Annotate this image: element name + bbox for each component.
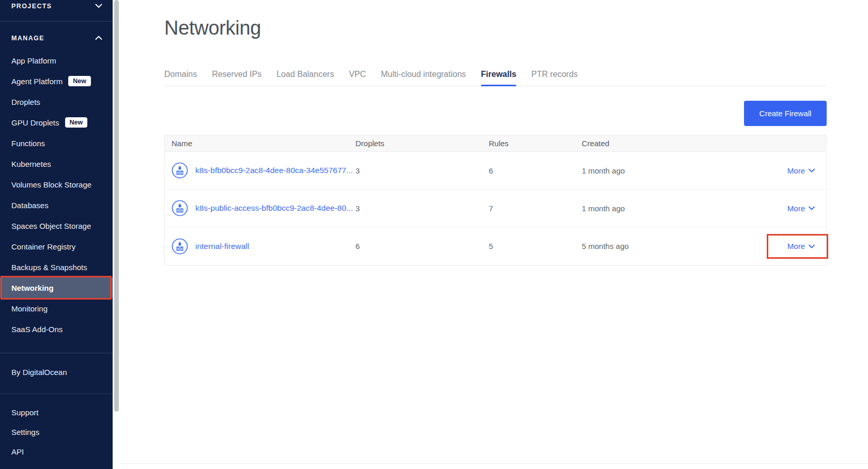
chevron-down-icon: [809, 168, 815, 173]
sidebar-item-support[interactable]: Support: [0, 402, 113, 422]
sidebar-item-volumes-block-storage[interactable]: Volumes Block Storage: [0, 174, 113, 195]
droplets-count: 3: [355, 204, 489, 213]
tab-load-balancers[interactable]: Load Balancers: [276, 70, 334, 86]
sidebar-item-label: Support: [11, 408, 39, 417]
firewall-name-cell: k8s-public-access-bfb0bcc9-2ac8-4dee-80.…: [165, 200, 355, 216]
sidebar-scrollbar-handle[interactable]: [114, 0, 119, 412]
manage-label: MANAGE: [11, 35, 44, 42]
rules-count: 5: [489, 242, 582, 251]
sidebar-item-app-platform[interactable]: App Platform: [0, 50, 113, 71]
sidebar-item-label: Volumes Block Storage: [11, 180, 91, 189]
tab-firewalls[interactable]: Firewalls: [481, 70, 516, 86]
sidebar-item-kubernetes[interactable]: Kubernetes: [0, 153, 113, 174]
sidebar-item-label: Networking: [11, 284, 54, 292]
tab-ptr-records[interactable]: PTR records: [531, 70, 578, 86]
sidebar-item-monitoring[interactable]: Monitoring: [0, 298, 113, 319]
sidebar-item-gpu-droplets[interactable]: GPU DropletsNew: [0, 112, 113, 133]
sidebar-item-backups-snapshots[interactable]: Backups & Snapshots: [0, 257, 113, 277]
sidebar: PROJECTS MANAGE App Platform Agent Platf…: [0, 0, 113, 469]
table-header-row: Name Droplets Rules Created: [165, 135, 826, 152]
tab-multi-cloud-integrations[interactable]: Multi-cloud integrations: [381, 70, 466, 86]
sidebar-brand: By DigitalOcean: [11, 365, 67, 379]
created-time: 1 month ago: [582, 204, 752, 213]
sidebar-item-label: Databases: [11, 201, 49, 210]
more-dropdown-button[interactable]: More: [787, 166, 815, 175]
column-header-droplets: Droplets: [355, 139, 489, 148]
sidebar-item-databases[interactable]: Databases: [0, 195, 113, 215]
firewall-name-link[interactable]: k8s-bfb0bcc9-2ac8-4dee-80ca-34e557677...: [195, 166, 353, 175]
more-label: More: [787, 166, 805, 175]
table-row: k8s-bfb0bcc9-2ac8-4dee-80ca-34e557677...…: [165, 152, 826, 190]
tab-reserved-ips[interactable]: Reserved IPs: [212, 70, 261, 86]
sidebar-item-api[interactable]: API: [0, 442, 113, 461]
sidebar-scrollbar-track: [113, 0, 120, 469]
chevron-down-icon: [95, 3, 102, 10]
sidebar-item-droplets[interactable]: Droplets: [0, 91, 113, 112]
sidebar-item-label: Functions: [11, 139, 45, 148]
sidebar-item-saas-add-ons[interactable]: SaaS Add-Ons: [0, 319, 113, 339]
sidebar-divider: [0, 21, 113, 22]
table-row: k8s-public-access-bfb0bcc9-2ac8-4dee-80.…: [165, 190, 826, 227]
column-header-name: Name: [165, 139, 355, 148]
firewall-name-link[interactable]: internal-firewall: [195, 242, 249, 251]
firewall-icon: [172, 238, 188, 255]
column-header-created: Created: [582, 139, 752, 148]
sidebar-item-label: Backups & Snapshots: [11, 263, 87, 272]
chevron-down-icon: [809, 206, 815, 210]
tab-vpc[interactable]: VPC: [349, 70, 366, 86]
more-dropdown-button[interactable]: More: [787, 204, 815, 213]
sidebar-item-label: Droplets: [11, 98, 40, 106]
firewalls-table: Name Droplets Rules Created k8s-: [164, 135, 827, 265]
sidebar-item-label: Kubernetes: [11, 160, 51, 168]
droplets-count: 3: [355, 166, 489, 175]
tab-bar: Domains Reserved IPs Load Balancers VPC …: [164, 62, 827, 86]
content-bottom-divider: [120, 463, 868, 464]
sidebar-section-manage[interactable]: MANAGE: [11, 32, 102, 44]
sidebar-item-settings[interactable]: Settings: [0, 422, 113, 442]
projects-label: PROJECTS: [11, 3, 52, 10]
sidebar-item-label: Settings: [11, 428, 39, 436]
sidebar-item-label: SaaS Add-Ons: [11, 325, 63, 334]
sidebar-item-label: Container Registry: [11, 242, 75, 251]
sidebar-item-networking[interactable]: Networking: [0, 277, 113, 298]
chevron-down-icon: [809, 244, 815, 248]
new-badge: New: [68, 76, 91, 86]
rules-count: 7: [489, 204, 582, 213]
sidebar-item-label: Spaces Object Storage: [11, 222, 91, 230]
firewall-icon: [172, 200, 188, 216]
sidebar-nav-list: App Platform Agent PlatformNew Droplets …: [0, 50, 113, 339]
more-dropdown-button[interactable]: More: [787, 242, 815, 251]
page-title: Networking: [164, 17, 261, 39]
sidebar-item-label: API: [11, 447, 24, 456]
sidebar-divider: [0, 394, 113, 394]
tab-domains[interactable]: Domains: [164, 70, 197, 86]
sidebar-item-label: App Platform: [11, 56, 56, 65]
sidebar-item-agent-platform[interactable]: Agent PlatformNew: [0, 71, 113, 91]
more-label: More: [787, 242, 805, 251]
created-time: 1 month ago: [582, 166, 752, 175]
sidebar-item-functions[interactable]: Functions: [0, 133, 113, 153]
more-label: More: [787, 204, 805, 213]
firewall-name-cell: internal-firewall: [165, 238, 355, 255]
droplets-count: 6: [355, 242, 489, 251]
firewall-name-cell: k8s-bfb0bcc9-2ac8-4dee-80ca-34e557677...: [165, 162, 355, 179]
firewall-icon: [172, 162, 188, 179]
sidebar-item-spaces-object-storage[interactable]: Spaces Object Storage: [0, 215, 113, 236]
sidebar-item-label: Monitoring: [11, 304, 48, 313]
rules-count: 6: [489, 166, 582, 175]
column-header-rules: Rules: [489, 139, 582, 148]
sidebar-item-label: GPU Droplets: [11, 118, 59, 127]
sidebar-divider: [0, 353, 113, 353]
new-badge: New: [65, 117, 88, 128]
create-firewall-button[interactable]: Create Firewall: [744, 101, 827, 126]
chevron-up-icon: [95, 35, 102, 42]
table-row: internal-firewall 6 5 5 months ago More: [165, 227, 826, 265]
main-content: Networking Domains Reserved IPs Load Bal…: [120, 0, 868, 469]
sidebar-item-label: Agent Platform: [11, 77, 63, 86]
sidebar-item-container-registry[interactable]: Container Registry: [0, 236, 113, 257]
sidebar-footer-list: Support Settings API: [0, 402, 113, 461]
created-time: 5 months ago: [582, 242, 752, 251]
firewall-name-link[interactable]: k8s-public-access-bfb0bcc9-2ac8-4dee-80.…: [195, 204, 353, 213]
sidebar-section-projects[interactable]: PROJECTS: [11, 1, 102, 12]
